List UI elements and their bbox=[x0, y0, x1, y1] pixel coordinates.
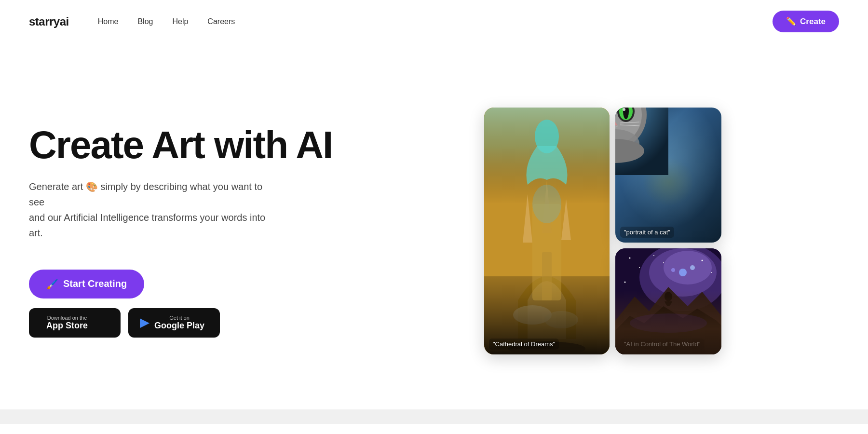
google-play-icon: ▶ bbox=[140, 316, 149, 329]
hero-section: Create Art with AI Generate art 🎨 simply… bbox=[0, 43, 868, 409]
nav-link-home[interactable]: Home bbox=[98, 17, 119, 26]
nav-create-button[interactable]: ✏️ Create bbox=[773, 11, 839, 32]
art-card-cat[interactable]: "portrait of a cat" bbox=[615, 108, 721, 243]
svg-point-6 bbox=[513, 305, 552, 325]
svg-marker-4 bbox=[542, 180, 552, 233]
svg-point-7 bbox=[544, 311, 578, 328]
google-play-button[interactable]: ▶ Get it on Google Play bbox=[128, 308, 220, 338]
svg-point-24 bbox=[623, 108, 625, 111]
hero-buttons: 🖌️ Start Creating Download on the App St… bbox=[29, 270, 338, 338]
svg-point-2 bbox=[535, 120, 559, 153]
svg-rect-8 bbox=[484, 276, 610, 354]
cathedral-label: "Cathedral of Dreams" bbox=[489, 339, 559, 350]
hero-subtitle-line2: and our Artificial Intelligence transfor… bbox=[29, 212, 265, 238]
hero-right: "Cathedral of Dreams" bbox=[366, 72, 839, 390]
hero-left: Create Art with AI Generate art 🎨 simply… bbox=[29, 125, 366, 338]
svg-point-46 bbox=[665, 292, 672, 301]
create-icon: ✏️ bbox=[786, 16, 796, 27]
app-store-text: Download on the App Store bbox=[46, 315, 88, 331]
svg-rect-0 bbox=[484, 108, 610, 354]
svg-point-41 bbox=[624, 282, 626, 283]
cat-label: "portrait of a cat" bbox=[620, 227, 674, 238]
svg-point-9 bbox=[508, 341, 585, 354]
svg-marker-5 bbox=[561, 199, 571, 240]
svg-rect-1 bbox=[484, 108, 610, 204]
svg-point-45 bbox=[671, 268, 675, 272]
create-label: Create bbox=[800, 17, 826, 27]
svg-point-42 bbox=[663, 262, 664, 263]
nav-link-careers[interactable]: Careers bbox=[207, 17, 235, 26]
nav-link-help[interactable]: Help bbox=[172, 17, 188, 26]
google-play-main-label: Google Play bbox=[154, 321, 204, 331]
nav-links: Home Blog Help Careers bbox=[98, 17, 773, 26]
svg-point-39 bbox=[702, 260, 703, 261]
app-store-main-label: App Store bbox=[46, 321, 88, 331]
app-store-button[interactable]: Download on the App Store bbox=[29, 308, 121, 338]
start-creating-label: Start Creating bbox=[63, 278, 127, 289]
art-card-space[interactable]: "AI in Control of The World" bbox=[615, 248, 721, 354]
hero-subtitle: Generate art 🎨 simply by describing what… bbox=[29, 179, 280, 241]
hero-title: Create Art with AI bbox=[29, 125, 338, 165]
footer-strip bbox=[0, 409, 868, 424]
app-store-sub-label: Download on the bbox=[46, 315, 88, 321]
svg-point-38 bbox=[639, 267, 640, 268]
paintbrush-icon: 🖌️ bbox=[46, 278, 58, 290]
svg-point-47 bbox=[630, 313, 707, 333]
nav-link-blog[interactable]: Blog bbox=[137, 17, 153, 26]
svg-point-43 bbox=[679, 269, 687, 276]
svg-marker-3 bbox=[523, 194, 532, 243]
svg-point-37 bbox=[653, 255, 654, 256]
logo[interactable]: starryai bbox=[29, 15, 69, 28]
navbar: starryai Home Blog Help Careers ✏️ Creat… bbox=[0, 0, 868, 43]
svg-point-36 bbox=[629, 258, 631, 259]
art-grid: "Cathedral of Dreams" bbox=[484, 108, 721, 354]
svg-point-40 bbox=[711, 272, 712, 273]
logo-text: starryai bbox=[29, 15, 69, 28]
store-buttons: Download on the App Store ▶ Get it on Go… bbox=[29, 308, 220, 338]
google-play-sub-label: Get it on bbox=[154, 315, 204, 321]
svg-point-44 bbox=[690, 265, 695, 270]
art-card-cathedral[interactable]: "Cathedral of Dreams" bbox=[484, 108, 610, 354]
start-creating-button[interactable]: 🖌️ Start Creating bbox=[29, 270, 144, 298]
google-play-text: Get it on Google Play bbox=[154, 315, 204, 331]
hero-subtitle-line1: Generate art 🎨 simply by describing what… bbox=[29, 181, 262, 207]
svg-point-35 bbox=[664, 251, 712, 285]
space-label: "AI in Control of The World" bbox=[620, 339, 704, 350]
